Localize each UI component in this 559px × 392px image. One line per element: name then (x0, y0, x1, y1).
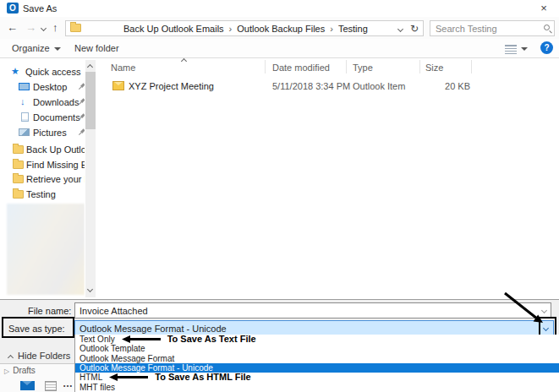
file-name-label: File name: (28, 306, 71, 316)
navigation-pane: ★ Quick access Desktop ↓ Downloads Docum… (0, 58, 85, 299)
outlook-background-pane: ▷Drafts … (0, 363, 74, 392)
type-cell: Outlook Item (353, 81, 405, 91)
expander-icon: ▷ (4, 368, 9, 375)
outlook-app-icon: O (7, 3, 19, 14)
outlook-item-icon (112, 81, 124, 90)
annotation-text: To Save As Text File (167, 334, 256, 344)
option-text-only[interactable]: Text OnlyTo Save As Text File (75, 335, 559, 344)
save-as-type-value: Outlook Message Format - Unicode (79, 324, 227, 334)
sidebar-item-find-missing[interactable]: Find Missing Em (0, 157, 85, 172)
column-header-size[interactable]: Size (425, 63, 443, 73)
sidebar-item-retrieve[interactable]: Retrieve your De (0, 172, 85, 187)
date-modified-cell: 5/11/2018 3:34 PM (272, 81, 350, 91)
annotation-text: To Save As HTML File (155, 372, 251, 382)
file-list: Name Date modified Type Size XYZ Project… (100, 58, 559, 299)
drafts-folder-item[interactable]: ▷Drafts (4, 366, 36, 375)
sidebar-item-back-up-outlook[interactable]: Back Up Outlook (0, 142, 85, 157)
pin-icon (76, 127, 85, 138)
file-name-input[interactable] (74, 302, 551, 318)
folder-icon (13, 161, 24, 169)
window-title: Save As (23, 3, 57, 14)
forward-button[interactable]: → (25, 21, 36, 34)
option-outlook-message-format-unicode[interactable]: Outlook Message Format - Unicode (75, 363, 559, 373)
breadcrumb-separator: › (330, 24, 333, 34)
search-icon (544, 24, 550, 30)
chevron-up-icon (8, 355, 14, 361)
option-mht-files[interactable]: MHT files (75, 383, 559, 392)
mail-icon[interactable] (20, 381, 35, 390)
address-dropdown-icon[interactable] (397, 26, 403, 32)
downloads-icon: ↓ (20, 96, 25, 106)
breadcrumb-segment[interactable]: Back Up Outlook Emails (123, 24, 224, 34)
sidebar-item-downloads[interactable]: ↓ Downloads (0, 95, 85, 110)
main-area: ★ Quick access Desktop ↓ Downloads Docum… (0, 58, 559, 299)
close-icon[interactable]: × (535, 1, 552, 15)
pictures-icon (19, 128, 30, 136)
quick-access-icon: ★ (11, 66, 19, 77)
new-folder-button[interactable]: New folder (74, 43, 119, 53)
toolbar: Organize New folder ? (0, 39, 559, 58)
column-header-type[interactable]: Type (353, 63, 373, 73)
sort-ascending-icon (181, 58, 187, 64)
column-header-date-modified[interactable]: Date modified (272, 63, 330, 73)
annotation-box-label (2, 317, 74, 338)
save-as-type-options-list: Text OnlyTo Save As Text File Outlook Te… (74, 335, 559, 392)
scrollbar-thumb[interactable] (85, 72, 96, 129)
option-outlook-template[interactable]: Outlook Template (75, 344, 559, 353)
hide-folders-button[interactable]: Hide Folders (8, 351, 70, 361)
title-bar: O Save As × (0, 0, 559, 17)
breadcrumb: Back Up Outlook Emails›Outlook Backup Fi… (123, 24, 368, 34)
back-button[interactable]: ← (7, 21, 18, 34)
option-outlook-message-format[interactable]: Outlook Message Format (75, 354, 559, 363)
navigation-bar: ← → ↑ Back Up Outlook Emails›Outlook Bac… (0, 17, 559, 39)
organize-button[interactable]: Organize (12, 43, 61, 53)
breadcrumb-separator: › (229, 24, 233, 34)
list-view-icon (505, 45, 517, 54)
breadcrumb-segment[interactable]: Outlook Backup Files (237, 24, 325, 34)
save-as-dialog: O Save As × ← → ↑ Back Up Outlook Emails… (0, 0, 559, 392)
more-icon[interactable]: … (63, 378, 73, 389)
sidebar-item-quick-access[interactable]: ★ Quick access (0, 64, 85, 79)
search-input[interactable] (430, 21, 554, 35)
folder-icon (13, 190, 24, 199)
sidebar-item-testing[interactable]: Testing (0, 187, 85, 202)
history-dropdown-icon[interactable] (41, 25, 47, 31)
table-row[interactable]: XYZ Project Meeting 5/11/2018 3:34 PM Ou… (100, 79, 559, 94)
annotation-arrow-left (109, 373, 148, 381)
sidebar-item-documents[interactable]: Documents (0, 110, 85, 125)
folder-icon (13, 145, 24, 154)
scroll-down-icon[interactable] (87, 286, 93, 292)
search-box (430, 20, 555, 36)
refresh-icon[interactable]: ↻ (410, 23, 419, 35)
sidebar-item-pictures[interactable]: Pictures (0, 125, 85, 140)
annotation-arrow-left (122, 335, 161, 343)
calendar-icon[interactable] (45, 381, 57, 391)
annotation-arrow-diagonal (501, 291, 550, 330)
change-view-button[interactable] (505, 43, 528, 54)
breadcrumb-segment[interactable]: Testing (338, 24, 368, 34)
folder-icon (13, 175, 24, 183)
up-button[interactable]: ↑ (52, 21, 58, 34)
option-html[interactable]: HTMLTo Save As HTML File (75, 373, 559, 382)
folder-icon (70, 24, 81, 32)
size-cell: 20 KB (419, 81, 470, 91)
chevron-down-icon (54, 47, 61, 51)
document-icon (21, 112, 29, 122)
column-header-name[interactable]: Name (111, 63, 135, 73)
help-button[interactable]: ? (540, 41, 553, 54)
sidebar-scrollbar[interactable] (85, 60, 96, 297)
scroll-up-icon[interactable] (87, 64, 93, 70)
pin-icon (76, 81, 85, 92)
blurred-region (7, 204, 85, 295)
address-bar[interactable]: Back Up Outlook Emails›Outlook Backup Fi… (65, 20, 424, 36)
desktop-icon (19, 83, 30, 90)
file-name-cell: XYZ Project Meeting (129, 81, 214, 91)
sidebar-item-desktop[interactable]: Desktop (0, 79, 85, 95)
chevron-down-icon (521, 47, 528, 51)
